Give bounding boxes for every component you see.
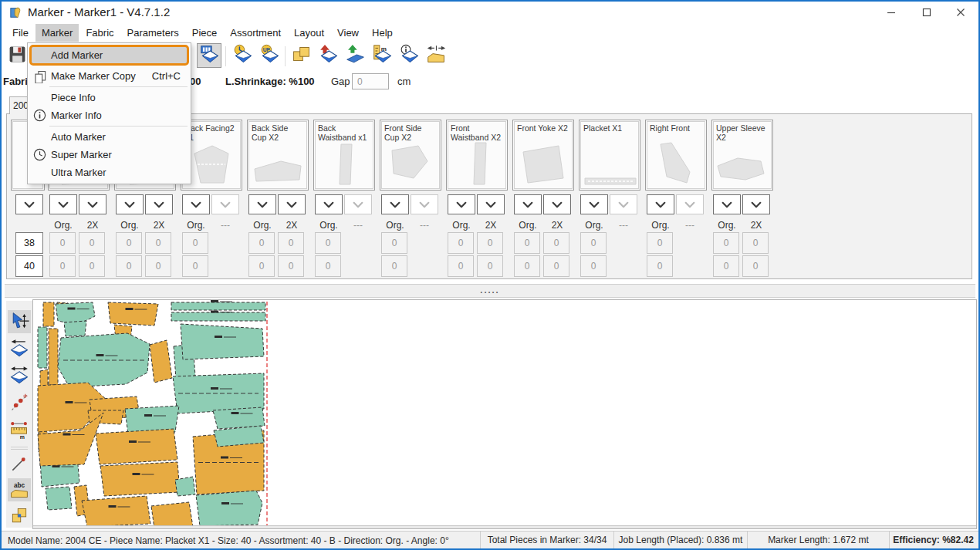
chevron-down-icon[interactable]	[580, 194, 608, 214]
arrow-up-red-marker-button[interactable]	[316, 43, 340, 68]
quantity-field[interactable]	[713, 232, 739, 254]
quantity-field[interactable]	[580, 232, 607, 254]
quantity-field[interactable]	[742, 255, 769, 277]
menu-item-add-marker[interactable]: Add Marker	[29, 45, 189, 66]
quantity-field[interactable]	[248, 232, 275, 254]
line-tool[interactable]	[8, 452, 31, 475]
quantity-field[interactable]	[543, 232, 569, 254]
menu-item-make-marker-copy[interactable]: Make Marker CopyCtrl+C	[28, 67, 191, 85]
chevron-down-icon[interactable]	[381, 194, 409, 214]
piece-card-right-front[interactable]: Right Front	[645, 120, 707, 191]
quantity-field[interactable]	[79, 255, 105, 277]
close-button[interactable]	[948, 2, 974, 23]
quantity-field[interactable]	[448, 255, 474, 277]
panel-splitter[interactable]: .....	[5, 284, 975, 298]
quantity-field[interactable]	[145, 232, 171, 254]
quantity-field[interactable]	[145, 255, 171, 277]
size-box[interactable]	[15, 232, 43, 254]
maximize-button[interactable]	[914, 2, 940, 23]
chevron-down-icon[interactable]	[477, 194, 505, 214]
piece-card-front-yoke-x2[interactable]: Front Yoke X2	[512, 120, 574, 191]
menu-item-piece-info[interactable]: Piece Info	[28, 89, 191, 106]
move-horizontal-tool[interactable]	[8, 364, 31, 387]
piece-width-button[interactable]	[424, 43, 448, 68]
quantity-field[interactable]	[315, 255, 341, 277]
label-tool[interactable]: abc	[8, 478, 31, 501]
quantity-field[interactable]	[381, 232, 407, 254]
chevron-down-icon[interactable]	[248, 194, 276, 214]
chevron-down-icon[interactable]	[647, 194, 674, 214]
quantity-field[interactable]	[49, 232, 76, 254]
menu-help[interactable]: Help	[366, 24, 399, 42]
quantity-field[interactable]	[543, 255, 569, 277]
gap-input[interactable]	[352, 73, 389, 89]
menu-item-ultra-marker[interactable]: Ultra Marker	[28, 164, 191, 181]
quantity-field[interactable]	[514, 255, 540, 277]
quantity-field[interactable]	[477, 255, 503, 277]
quantity-field[interactable]	[381, 255, 407, 277]
quantity-field[interactable]	[477, 232, 503, 254]
chevron-down-icon[interactable]	[49, 194, 77, 214]
quantity-field[interactable]	[79, 232, 105, 254]
chevron-down-icon[interactable]	[448, 194, 475, 214]
menu-assortment[interactable]: Assortment	[224, 24, 287, 42]
quantity-field[interactable]	[580, 255, 607, 277]
overlap-pieces-tool[interactable]	[8, 504, 31, 528]
quantity-field[interactable]	[647, 232, 673, 254]
save-button[interactable]	[5, 43, 29, 68]
chevron-down-icon[interactable]	[145, 194, 173, 214]
chevron-down-icon[interactable]	[315, 194, 343, 214]
quantity-field[interactable]	[514, 232, 540, 254]
quantity-field[interactable]	[315, 232, 341, 254]
piece-card-upper-sleeve-x2[interactable]: Upper Sleeve X2	[711, 120, 773, 191]
menu-view[interactable]: View	[331, 24, 365, 42]
menu-fabric[interactable]: Fabric	[79, 24, 120, 42]
quantity-field[interactable]	[49, 255, 76, 277]
size-box[interactable]	[15, 255, 43, 277]
quantity-field[interactable]	[448, 232, 474, 254]
marker-view-button[interactable]	[197, 43, 221, 68]
quantity-field[interactable]	[278, 232, 304, 254]
quantity-field[interactable]	[116, 232, 142, 254]
up-marker-button[interactable]: UP	[257, 43, 282, 68]
menu-item-auto-marker[interactable]: Auto Marker	[28, 128, 191, 146]
piece-card-back-waistband-x1[interactable]: Back Waistband x1	[313, 120, 375, 191]
quantity-field[interactable]	[116, 255, 142, 277]
quantity-field[interactable]	[647, 255, 673, 277]
chevron-down-icon[interactable]	[543, 194, 571, 214]
move-left-tool[interactable]	[8, 337, 31, 360]
menu-piece[interactable]: Piece	[186, 24, 224, 42]
marker-canvas[interactable]	[32, 299, 977, 529]
chevron-down-icon[interactable]	[713, 194, 741, 214]
menu-item-marker-info[interactable]: Marker Info	[28, 106, 191, 124]
quantity-field[interactable]	[248, 255, 275, 277]
piece-card-placket-x1[interactable]: Placket X1	[579, 120, 640, 191]
chevron-down-icon[interactable]	[514, 194, 542, 214]
measure-tool[interactable]: m	[8, 418, 31, 441]
menu-parameters[interactable]: Parameters	[121, 24, 185, 42]
menu-item-super-marker[interactable]: Super Marker	[28, 146, 191, 164]
info-marker-button[interactable]	[397, 43, 421, 68]
piece-card-front-waistband-x2[interactable]: Front Waistband X2	[446, 120, 508, 191]
quantity-field[interactable]	[182, 255, 208, 277]
chevron-down-icon[interactable]	[182, 194, 210, 214]
chevron-down-icon[interactable]	[742, 194, 770, 214]
minimize-button[interactable]	[878, 2, 904, 23]
quantity-field[interactable]	[182, 232, 208, 254]
chevron-down-icon[interactable]	[116, 194, 144, 214]
copy-pieces-button[interactable]	[289, 43, 313, 68]
points-tool[interactable]	[8, 391, 31, 414]
chevron-down-icon[interactable]	[15, 194, 43, 214]
menu-file[interactable]: File	[6, 24, 35, 42]
quantity-field[interactable]	[713, 255, 739, 277]
measure-marker-button[interactable]: m	[370, 43, 394, 68]
clock-marker-button[interactable]	[230, 43, 255, 68]
quantity-field[interactable]	[278, 255, 304, 277]
chevron-down-icon[interactable]	[79, 194, 106, 214]
arrow-up-green-marker-button[interactable]	[343, 43, 367, 68]
piece-card-back-side-cup-x2[interactable]: Back Side Cup X2	[247, 120, 309, 191]
menu-marker[interactable]: Marker	[35, 24, 79, 42]
menu-layout[interactable]: Layout	[288, 24, 330, 42]
piece-card-front-side-cup-x2[interactable]: Front Side Cup X2	[380, 120, 441, 191]
select-move-tool[interactable]	[8, 310, 31, 333]
